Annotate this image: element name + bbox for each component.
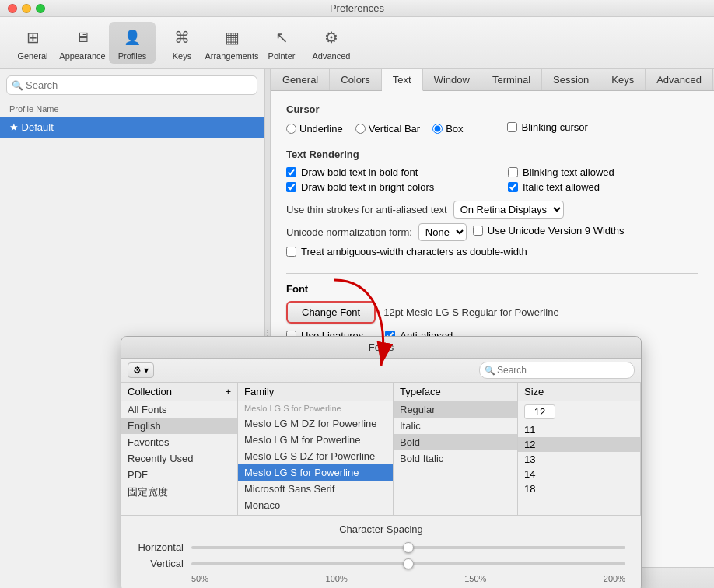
add-collection-icon[interactable]: + xyxy=(225,386,231,397)
collection-favorites[interactable]: Favorites xyxy=(121,434,237,450)
advanced-icon: ⚙ xyxy=(319,25,344,50)
family-meslo-m[interactable]: Meslo LG M for Powerline xyxy=(238,432,393,448)
text-rendering-right: Blinking text allowed Italic text allowe… xyxy=(508,166,698,196)
tab-window[interactable]: Window xyxy=(423,69,481,90)
general-label: General xyxy=(17,51,47,61)
toolbar-keys[interactable]: ⌘ Keys xyxy=(159,22,205,64)
family-meslo-m-dz[interactable]: Meslo LG M DZ for Powerline xyxy=(238,415,393,432)
fonts-family-col: Family Meslo LG S for Powerline Meslo LG… xyxy=(238,383,394,515)
tab-keys[interactable]: Keys xyxy=(600,69,646,90)
size-11[interactable]: 11 xyxy=(518,422,640,437)
fonts-search-icon: 🔍 xyxy=(485,366,495,376)
search-input[interactable] xyxy=(6,75,257,95)
tab-session[interactable]: Session xyxy=(542,69,600,90)
blinking-cursor[interactable]: Blinking cursor xyxy=(507,121,588,133)
tab-general[interactable]: General xyxy=(271,69,330,90)
toolbar-appearance[interactable]: 🖥 Appearance xyxy=(59,22,106,64)
collection-fixed-width[interactable]: 固定宽度 xyxy=(121,483,237,502)
toolbar-general[interactable]: ⊞ General xyxy=(9,22,56,64)
title-bar: Preferences xyxy=(0,0,714,17)
appearance-label: Appearance xyxy=(59,51,105,61)
fonts-gear-button[interactable]: ⚙ ▾ xyxy=(128,362,154,378)
cursor-vertical-bar[interactable]: Vertical Bar xyxy=(355,123,420,135)
zoom-200: 200% xyxy=(604,574,625,583)
toolbar-profiles[interactable]: 👤 Profiles xyxy=(109,22,156,64)
change-font-button[interactable]: Change Font xyxy=(286,301,376,324)
family-meslo-s[interactable]: Meslo LG S for Powerline xyxy=(238,401,393,415)
size-18[interactable]: 18 xyxy=(518,481,640,496)
typeface-italic[interactable]: Italic xyxy=(394,418,517,434)
family-meslo-s-powerline[interactable]: Meslo LG S for Powerline xyxy=(238,464,393,481)
toolbar-arrangements[interactable]: ▦ Arrangements xyxy=(208,22,255,64)
close-button[interactable] xyxy=(8,4,17,13)
size-12[interactable]: 12 xyxy=(518,437,640,452)
collection-english[interactable]: English xyxy=(121,418,237,434)
size-input[interactable] xyxy=(524,404,555,419)
vertical-thumb[interactable] xyxy=(403,558,414,569)
arrangements-label: Arrangements xyxy=(205,51,258,61)
unicode-widths-label: Use Unicode Version 9 Widths xyxy=(488,225,625,236)
thin-strokes-select[interactable]: On Retina Displays xyxy=(453,201,564,219)
fonts-panel-toolbar: ⚙ ▾ 🔍 xyxy=(121,359,641,383)
typeface-bold[interactable]: Bold xyxy=(394,434,517,450)
arrangements-icon: ▦ xyxy=(219,25,244,50)
minimize-button[interactable] xyxy=(22,4,31,13)
typeface-label: Typeface xyxy=(400,386,441,397)
size-13[interactable]: 13 xyxy=(518,452,640,467)
family-header: Family xyxy=(238,383,393,401)
profiles-label: Profiles xyxy=(118,51,147,61)
keys-icon: ⌘ xyxy=(170,25,194,50)
vertical-slider-row: Vertical xyxy=(137,558,625,569)
text-rendering-title: Text Rendering xyxy=(286,149,698,160)
search-bar: 🔍 xyxy=(6,75,257,95)
draw-bold-bright-label: Draw bold text in bright colors xyxy=(301,181,434,193)
blinking-text-allowed[interactable]: Blinking text allowed xyxy=(508,166,698,178)
size-14[interactable]: 14 xyxy=(518,467,640,481)
horizontal-slider-row: Horizontal xyxy=(137,541,625,553)
horizontal-thumb[interactable] xyxy=(403,542,414,553)
blinking-text-label: Blinking text allowed xyxy=(523,166,614,178)
fonts-search-input[interactable] xyxy=(479,362,635,379)
horizontal-track xyxy=(191,546,625,549)
toolbar-advanced[interactable]: ⚙ Advanced xyxy=(308,22,355,64)
typeface-bold-italic[interactable]: Bold Italic xyxy=(394,450,517,467)
fonts-search: 🔍 xyxy=(479,362,635,379)
fonts-size-col: Size 11 12 13 14 18 xyxy=(518,383,641,515)
pointer-label: Pointer xyxy=(268,51,296,61)
window-title: Preferences xyxy=(330,2,384,14)
collection-pdf[interactable]: PDF xyxy=(121,467,237,483)
char-spacing-title: Character Spacing xyxy=(137,523,625,535)
character-spacing: Character Spacing Horizontal Vertical 50… xyxy=(121,515,641,588)
collection-header: Collection + xyxy=(121,383,237,401)
tab-text[interactable]: Text xyxy=(382,69,423,91)
family-microsoft-sans[interactable]: Microsoft Sans Serif xyxy=(238,481,393,497)
blinking-cursor-label: Blinking cursor xyxy=(522,121,588,133)
unicode-select[interactable]: None xyxy=(418,223,467,241)
italic-text-allowed[interactable]: Italic text allowed xyxy=(508,181,698,193)
treat-ambiguous[interactable]: Treat ambiguous-width characters as doub… xyxy=(286,246,527,257)
draw-bold-font[interactable]: Draw bold text in bold font xyxy=(286,166,477,178)
tab-terminal[interactable]: Terminal xyxy=(481,69,542,90)
draw-bold-bright[interactable]: Draw bold text in bright colors xyxy=(286,181,477,193)
collection-recently-used[interactable]: Recently Used xyxy=(121,450,237,467)
cursor-underline[interactable]: Underline xyxy=(286,123,343,135)
zoom-50: 50% xyxy=(191,574,208,583)
collection-all-fonts[interactable]: All Fonts xyxy=(121,401,237,418)
maximize-button[interactable] xyxy=(36,4,45,13)
typeface-header: Typeface xyxy=(394,383,517,401)
toolbar-pointer[interactable]: ↖ Pointer xyxy=(258,22,305,64)
horizontal-label: Horizontal xyxy=(137,541,184,553)
collection-label: Collection xyxy=(128,386,172,397)
profiles-icon: 👤 xyxy=(120,25,145,50)
tab-colors[interactable]: Colors xyxy=(330,69,382,90)
family-monaco[interactable]: Monaco xyxy=(238,497,393,513)
tab-advanced[interactable]: Advanced xyxy=(646,69,713,90)
typeface-regular[interactable]: Regular xyxy=(394,401,517,418)
treat-ambiguous-label: Treat ambiguous-width characters as doub… xyxy=(301,246,527,257)
text-rendering-section: Text Rendering Draw bold text in bold fo… xyxy=(286,149,698,261)
profile-item-default[interactable]: ★ Default xyxy=(0,117,264,138)
family-meslo-s-dz[interactable]: Meslo LG S DZ for Powerline xyxy=(238,448,393,464)
vertical-bar-label: Vertical Bar xyxy=(369,123,420,135)
unicode-widths[interactable]: Use Unicode Version 9 Widths xyxy=(473,225,625,236)
cursor-box[interactable]: Box xyxy=(432,123,463,135)
